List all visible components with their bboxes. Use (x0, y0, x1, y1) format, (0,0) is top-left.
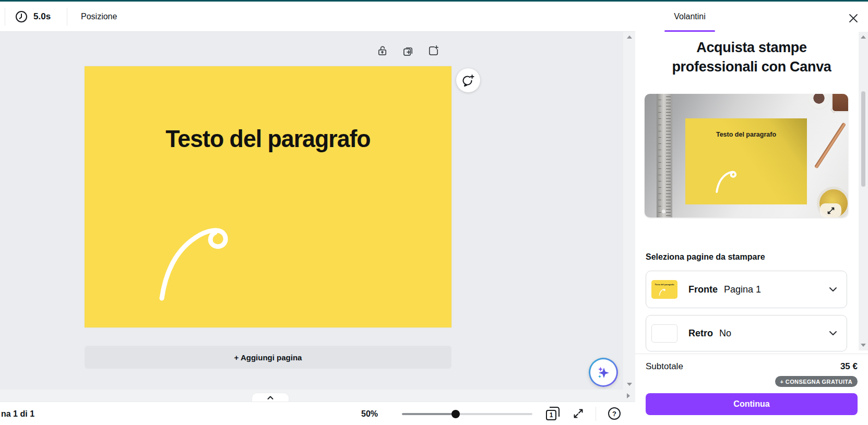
squiggle-graphic[interactable] (154, 215, 236, 303)
print-preview-image: Testo del paragrafo (645, 94, 848, 217)
canvas-area: Testo del paragrafo + Aggiungi pagina (0, 32, 635, 402)
chevron-down-icon (829, 331, 837, 336)
expand-icon (573, 408, 584, 419)
panel-scrollbar[interactable] (859, 32, 868, 350)
dish-prop (808, 94, 830, 110)
canvas-horizontal-scrollbar[interactable] (0, 390, 635, 402)
panel-scrollbar-thumb[interactable] (861, 91, 865, 187)
zoom-level-label[interactable]: 50% (354, 402, 385, 425)
active-tab-underline (664, 30, 715, 32)
help-button[interactable]: ? (608, 407, 621, 420)
add-page-button[interactable]: + Aggiungi pagina (85, 346, 451, 369)
window-top-accent-line (0, 0, 868, 2)
duration-label: 5.0s (33, 11, 51, 22)
flyer-squiggle-graphic (715, 167, 739, 193)
duration-button[interactable]: 5.0s (15, 2, 51, 32)
zoom-slider-track[interactable] (402, 413, 532, 415)
status-bar: na 1 di 1 50% 1 ? (0, 402, 635, 425)
question-mark-icon: ? (612, 410, 616, 418)
toolbar-divider (5, 8, 5, 26)
print-panel: Volantini Acquista stampe professionali … (635, 2, 868, 425)
comment-plus-icon (461, 74, 475, 87)
back-value: No (719, 328, 731, 339)
continue-button[interactable]: Continua (646, 393, 858, 415)
front-label: Fronte (688, 284, 718, 295)
preview-expand-icon (827, 207, 835, 215)
add-page-above-button[interactable] (427, 44, 439, 57)
duplicate-icon (402, 45, 414, 57)
position-button[interactable]: Posizione (81, 2, 117, 32)
snack-box-prop (831, 94, 848, 113)
scroll-up-icon[interactable] (627, 35, 632, 39)
magic-assistant-button[interactable] (589, 358, 618, 387)
ruler-image (657, 94, 672, 217)
scroll-right-icon[interactable] (627, 393, 630, 398)
close-panel-button[interactable] (846, 11, 861, 26)
back-label: Retro (688, 328, 713, 339)
tab-label: Volantini (674, 12, 706, 21)
fullscreen-button[interactable] (572, 407, 585, 420)
flyer-mockup: Testo del paragrafo (685, 118, 807, 204)
expand-bottom-panel-tab[interactable] (252, 393, 289, 402)
flyer-mockup-text: Testo del paragrafo (685, 131, 807, 138)
close-icon (849, 14, 858, 23)
front-value: Pagina 1 (724, 284, 761, 295)
clock-icon (15, 10, 28, 23)
back-page-dropdown[interactable]: Retro No (646, 315, 847, 351)
subtotal-value: 35 € (840, 361, 858, 372)
grid-view-button[interactable]: 1 (546, 407, 560, 420)
statusbar-divider (596, 407, 596, 421)
free-delivery-badge: + CONSEGNA GRATUITA (775, 376, 858, 387)
panel-header: Volantini (635, 2, 868, 32)
lock-open-icon (376, 45, 388, 57)
page-count-badge: 1 (546, 410, 556, 420)
unlock-button[interactable] (376, 44, 388, 57)
zoom-slider-thumb[interactable] (451, 410, 460, 418)
zoom-slider[interactable] (402, 402, 532, 425)
add-page-label: + Aggiungi pagina (234, 353, 302, 362)
top-toolbar: 5.0s Posizione (0, 2, 635, 32)
canva-editor: 5.0s Posizione (0, 0, 868, 425)
add-page-icon (427, 45, 439, 57)
add-comment-button[interactable] (456, 68, 480, 92)
continue-label: Continua (733, 399, 769, 409)
front-page-dropdown[interactable]: Testo del paragrafo Fronte Pagina 1 (646, 271, 847, 308)
pen-prop (814, 122, 846, 168)
scroll-down-icon[interactable] (627, 383, 632, 386)
page-indicator: na 1 di 1 (1, 402, 34, 425)
chevron-down-icon (829, 287, 837, 292)
position-label: Posizione (81, 12, 117, 21)
select-pages-label: Seleziona pagine da stampare (646, 252, 765, 262)
panel-heading: Acquista stampe professionali con Canva (658, 38, 846, 77)
page-title-text[interactable]: Testo del paragrafo (90, 125, 446, 153)
magic-sparkle-icon (590, 359, 616, 385)
tab-volantini[interactable]: Volantini (664, 2, 715, 32)
scroll-down-icon[interactable] (861, 344, 866, 347)
back-page-thumbnail (651, 324, 677, 343)
design-page[interactable]: Testo del paragrafo (85, 66, 451, 327)
preview-expand-button[interactable] (820, 203, 841, 217)
panel-footer: Subtotale 35 € + CONSEGNA GRATUITA Conti… (635, 354, 868, 425)
subtotal-row: Subtotale 35 € (646, 361, 858, 372)
duplicate-page-button[interactable] (401, 44, 414, 57)
chevron-up-icon (267, 396, 274, 400)
toolbar-divider (67, 8, 67, 26)
subtotal-label: Subtotale (646, 361, 683, 372)
page-action-toolbar (376, 44, 439, 57)
front-page-thumbnail: Testo del paragrafo (651, 280, 677, 299)
scroll-up-icon[interactable] (861, 35, 866, 39)
front-thumbnail-text: Testo del paragrafo (651, 283, 677, 286)
canvas-vertical-scrollbar[interactable] (623, 32, 635, 390)
